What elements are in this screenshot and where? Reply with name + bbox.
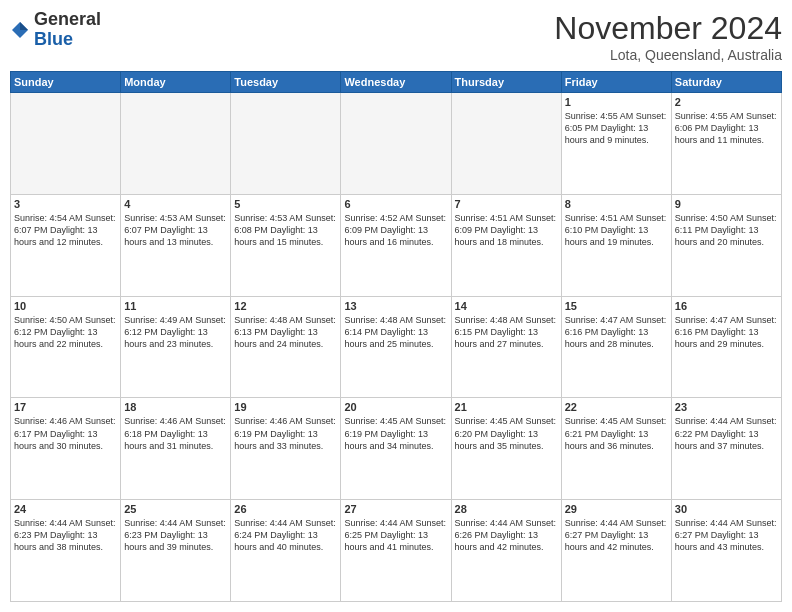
calendar-cell: 16Sunrise: 4:47 AM Sunset: 6:16 PM Dayli… (671, 296, 781, 398)
day-info: Sunrise: 4:47 AM Sunset: 6:16 PM Dayligh… (565, 314, 668, 350)
day-info: Sunrise: 4:47 AM Sunset: 6:16 PM Dayligh… (675, 314, 778, 350)
day-number: 2 (675, 96, 778, 108)
day-number: 6 (344, 198, 447, 210)
day-number: 29 (565, 503, 668, 515)
day-number: 21 (455, 401, 558, 413)
day-info: Sunrise: 4:44 AM Sunset: 6:26 PM Dayligh… (455, 517, 558, 553)
calendar-cell: 26Sunrise: 4:44 AM Sunset: 6:24 PM Dayli… (231, 500, 341, 602)
calendar-cell: 21Sunrise: 4:45 AM Sunset: 6:20 PM Dayli… (451, 398, 561, 500)
day-info: Sunrise: 4:44 AM Sunset: 6:23 PM Dayligh… (14, 517, 117, 553)
day-info: Sunrise: 4:44 AM Sunset: 6:22 PM Dayligh… (675, 415, 778, 451)
calendar-cell: 10Sunrise: 4:50 AM Sunset: 6:12 PM Dayli… (11, 296, 121, 398)
calendar-cell: 23Sunrise: 4:44 AM Sunset: 6:22 PM Dayli… (671, 398, 781, 500)
day-info: Sunrise: 4:46 AM Sunset: 6:19 PM Dayligh… (234, 415, 337, 451)
calendar-cell: 25Sunrise: 4:44 AM Sunset: 6:23 PM Dayli… (121, 500, 231, 602)
calendar-cell: 20Sunrise: 4:45 AM Sunset: 6:19 PM Dayli… (341, 398, 451, 500)
day-of-week-header: Wednesday (341, 72, 451, 93)
day-number: 28 (455, 503, 558, 515)
day-info: Sunrise: 4:50 AM Sunset: 6:12 PM Dayligh… (14, 314, 117, 350)
day-number: 9 (675, 198, 778, 210)
day-number: 3 (14, 198, 117, 210)
day-number: 18 (124, 401, 227, 413)
day-info: Sunrise: 4:51 AM Sunset: 6:09 PM Dayligh… (455, 212, 558, 248)
day-info: Sunrise: 4:48 AM Sunset: 6:14 PM Dayligh… (344, 314, 447, 350)
day-number: 5 (234, 198, 337, 210)
day-of-week-header: Monday (121, 72, 231, 93)
day-info: Sunrise: 4:44 AM Sunset: 6:23 PM Dayligh… (124, 517, 227, 553)
day-number: 17 (14, 401, 117, 413)
day-number: 30 (675, 503, 778, 515)
day-number: 8 (565, 198, 668, 210)
location: Lota, Queensland, Australia (554, 47, 782, 63)
header: General Blue November 2024 Lota, Queensl… (10, 10, 782, 63)
logo-blue: Blue (34, 30, 101, 50)
day-info: Sunrise: 4:44 AM Sunset: 6:27 PM Dayligh… (565, 517, 668, 553)
day-number: 16 (675, 300, 778, 312)
calendar-cell: 6Sunrise: 4:52 AM Sunset: 6:09 PM Daylig… (341, 194, 451, 296)
day-info: Sunrise: 4:45 AM Sunset: 6:20 PM Dayligh… (455, 415, 558, 451)
day-info: Sunrise: 4:46 AM Sunset: 6:18 PM Dayligh… (124, 415, 227, 451)
day-of-week-header: Saturday (671, 72, 781, 93)
day-of-week-header: Sunday (11, 72, 121, 93)
day-info: Sunrise: 4:53 AM Sunset: 6:07 PM Dayligh… (124, 212, 227, 248)
day-info: Sunrise: 4:45 AM Sunset: 6:19 PM Dayligh… (344, 415, 447, 451)
calendar-cell: 2Sunrise: 4:55 AM Sunset: 6:06 PM Daylig… (671, 93, 781, 195)
day-info: Sunrise: 4:46 AM Sunset: 6:17 PM Dayligh… (14, 415, 117, 451)
day-info: Sunrise: 4:55 AM Sunset: 6:06 PM Dayligh… (675, 110, 778, 146)
day-info: Sunrise: 4:55 AM Sunset: 6:05 PM Dayligh… (565, 110, 668, 146)
calendar-cell: 14Sunrise: 4:48 AM Sunset: 6:15 PM Dayli… (451, 296, 561, 398)
day-number: 26 (234, 503, 337, 515)
calendar-cell (341, 93, 451, 195)
day-number: 15 (565, 300, 668, 312)
day-number: 4 (124, 198, 227, 210)
calendar-cell: 3Sunrise: 4:54 AM Sunset: 6:07 PM Daylig… (11, 194, 121, 296)
calendar-cell: 4Sunrise: 4:53 AM Sunset: 6:07 PM Daylig… (121, 194, 231, 296)
day-of-week-header: Thursday (451, 72, 561, 93)
day-info: Sunrise: 4:48 AM Sunset: 6:13 PM Dayligh… (234, 314, 337, 350)
calendar-cell: 5Sunrise: 4:53 AM Sunset: 6:08 PM Daylig… (231, 194, 341, 296)
month-title: November 2024 (554, 10, 782, 47)
day-number: 10 (14, 300, 117, 312)
calendar-cell: 15Sunrise: 4:47 AM Sunset: 6:16 PM Dayli… (561, 296, 671, 398)
calendar-cell: 7Sunrise: 4:51 AM Sunset: 6:09 PM Daylig… (451, 194, 561, 296)
svg-marker-1 (20, 22, 28, 30)
day-number: 20 (344, 401, 447, 413)
day-info: Sunrise: 4:48 AM Sunset: 6:15 PM Dayligh… (455, 314, 558, 350)
day-info: Sunrise: 4:51 AM Sunset: 6:10 PM Dayligh… (565, 212, 668, 248)
logo: General Blue (10, 10, 101, 50)
calendar-cell (11, 93, 121, 195)
logo-text: General Blue (34, 10, 101, 50)
calendar-cell: 13Sunrise: 4:48 AM Sunset: 6:14 PM Dayli… (341, 296, 451, 398)
calendar-cell: 19Sunrise: 4:46 AM Sunset: 6:19 PM Dayli… (231, 398, 341, 500)
calendar-cell: 9Sunrise: 4:50 AM Sunset: 6:11 PM Daylig… (671, 194, 781, 296)
calendar-table: SundayMondayTuesdayWednesdayThursdayFrid… (10, 71, 782, 602)
calendar-cell: 29Sunrise: 4:44 AM Sunset: 6:27 PM Dayli… (561, 500, 671, 602)
calendar-cell: 17Sunrise: 4:46 AM Sunset: 6:17 PM Dayli… (11, 398, 121, 500)
day-number: 12 (234, 300, 337, 312)
day-number: 25 (124, 503, 227, 515)
day-info: Sunrise: 4:49 AM Sunset: 6:12 PM Dayligh… (124, 314, 227, 350)
calendar-cell (231, 93, 341, 195)
day-of-week-header: Tuesday (231, 72, 341, 93)
calendar-cell (121, 93, 231, 195)
calendar-cell: 12Sunrise: 4:48 AM Sunset: 6:13 PM Dayli… (231, 296, 341, 398)
day-info: Sunrise: 4:44 AM Sunset: 6:27 PM Dayligh… (675, 517, 778, 553)
calendar-cell: 28Sunrise: 4:44 AM Sunset: 6:26 PM Dayli… (451, 500, 561, 602)
day-info: Sunrise: 4:53 AM Sunset: 6:08 PM Dayligh… (234, 212, 337, 248)
day-info: Sunrise: 4:45 AM Sunset: 6:21 PM Dayligh… (565, 415, 668, 451)
day-number: 24 (14, 503, 117, 515)
day-info: Sunrise: 4:50 AM Sunset: 6:11 PM Dayligh… (675, 212, 778, 248)
calendar-cell: 30Sunrise: 4:44 AM Sunset: 6:27 PM Dayli… (671, 500, 781, 602)
day-info: Sunrise: 4:54 AM Sunset: 6:07 PM Dayligh… (14, 212, 117, 248)
calendar-cell: 11Sunrise: 4:49 AM Sunset: 6:12 PM Dayli… (121, 296, 231, 398)
calendar-cell: 22Sunrise: 4:45 AM Sunset: 6:21 PM Dayli… (561, 398, 671, 500)
day-number: 19 (234, 401, 337, 413)
day-number: 27 (344, 503, 447, 515)
logo-general: General (34, 10, 101, 30)
day-of-week-header: Friday (561, 72, 671, 93)
calendar-cell: 8Sunrise: 4:51 AM Sunset: 6:10 PM Daylig… (561, 194, 671, 296)
day-number: 11 (124, 300, 227, 312)
page: General Blue November 2024 Lota, Queensl… (0, 0, 792, 612)
day-number: 14 (455, 300, 558, 312)
day-info: Sunrise: 4:52 AM Sunset: 6:09 PM Dayligh… (344, 212, 447, 248)
